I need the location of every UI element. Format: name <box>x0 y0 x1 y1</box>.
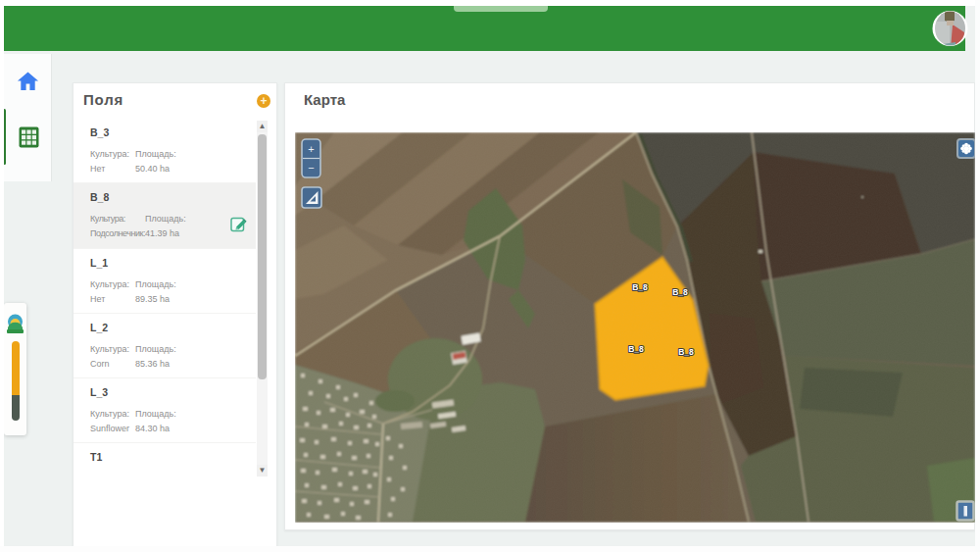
svg-text:B_8: B_8 <box>678 347 694 357</box>
svg-text:B_8: B_8 <box>672 287 688 297</box>
svg-text:−: − <box>308 162 314 174</box>
svg-text:B_8: B_8 <box>628 344 644 354</box>
svg-text:B_8: B_8 <box>632 282 648 292</box>
svg-text:+: + <box>308 143 314 155</box>
